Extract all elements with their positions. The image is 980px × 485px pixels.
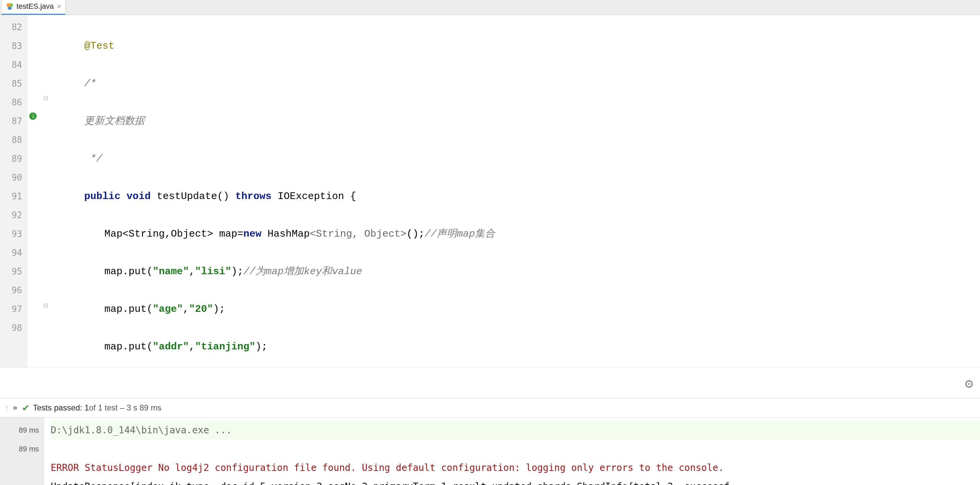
string-literal: "addr" <box>153 341 189 352</box>
code-text: , <box>189 341 195 352</box>
test-duration: 89 ms <box>0 440 44 458</box>
string-literal: "tianjing" <box>195 341 255 352</box>
editor-tab[interactable]: testES.java × <box>2 0 65 15</box>
comment-start: /* <box>84 78 96 89</box>
line-number: 83 <box>0 37 27 56</box>
line-number: 96 <box>0 281 27 300</box>
line-number: 82 <box>0 18 27 37</box>
annotation: @Test <box>84 40 115 52</box>
code-text: , <box>183 304 189 315</box>
type-args: <String, Object> <box>310 228 406 240</box>
line-number: 84 <box>0 56 27 74</box>
string-literal: "20" <box>189 304 213 315</box>
code-text: Map<String,Object> map= <box>104 228 243 240</box>
code-text: map.put( <box>104 266 153 277</box>
comment-end: */ <box>84 153 102 164</box>
keyword: public <box>84 191 121 202</box>
up-arrow-icon[interactable]: ↑ <box>5 403 9 413</box>
tool-panel-header: ⚙ <box>0 367 980 398</box>
gear-icon[interactable]: ⚙ <box>964 377 974 391</box>
console-error: ERROR StatusLogger No log4j2 configurati… <box>51 462 724 473</box>
console-command: D:\jdk1.8.0_144\bin\java.exe ... <box>51 425 232 436</box>
tab-filename: testES.java <box>16 2 54 11</box>
method-name: testUpdate() <box>151 191 235 202</box>
code-text: IOException { <box>272 191 356 202</box>
code-text: ); <box>231 266 243 277</box>
line-number: 85 <box>0 74 27 93</box>
fold-icon[interactable]: ⊟ <box>43 94 50 101</box>
test-status-bar: ↑ » ✔ Tests passed: 1 of 1 test – 3 s 89… <box>0 398 980 418</box>
keyword: throws <box>235 191 272 202</box>
line-number: 93 <box>0 224 27 243</box>
line-number: 98 <box>0 318 27 337</box>
tab-bar: testES.java × <box>0 0 980 15</box>
check-icon: ✔ <box>22 402 30 413</box>
line-number: 88 <box>0 130 27 149</box>
code-text: ); <box>213 304 225 315</box>
fold-end-icon[interactable]: ⊟ <box>43 302 50 308</box>
java-class-icon <box>6 2 14 10</box>
code-editor[interactable]: 82 83 84 85 86 87 88 89 90 91 92 93 94 9… <box>0 15 980 367</box>
console-line: UpdateResponse[index=ik,type=_doc,id=5,v… <box>51 481 730 485</box>
code-text: ); <box>255 341 267 352</box>
chevron-right-icon[interactable]: » <box>13 404 17 412</box>
line-number: 91 <box>0 187 27 206</box>
string-literal: "age" <box>153 304 183 315</box>
line-comment: //为map增加key和value <box>243 266 362 277</box>
line-number: 89 <box>0 149 27 168</box>
override-icon[interactable]: ⤵ <box>29 113 37 120</box>
test-tree[interactable]: 89 ms 89 ms <box>0 418 44 485</box>
comment-text: 更新文档数据 <box>84 116 145 127</box>
gutter-icons: ⤵ ⊟ ⊟ <box>27 15 61 367</box>
tests-passed-detail: of 1 test – 3 s 89 ms <box>89 403 161 412</box>
tests-passed-label: Tests passed: 1 <box>33 403 89 412</box>
code-text: (); <box>406 228 425 240</box>
line-number: 90 <box>0 168 27 187</box>
keyword: void <box>127 191 151 202</box>
line-number: 97 <box>0 300 27 318</box>
code-content[interactable]: @Test /* 更新文档数据 */ public void testUpdat… <box>61 15 980 367</box>
line-number: 95 <box>0 262 27 281</box>
close-icon[interactable]: × <box>57 3 61 10</box>
string-literal: "lisi" <box>195 266 231 277</box>
code-text: HashMap <box>261 228 310 240</box>
line-number: 92 <box>0 206 27 224</box>
test-duration: 89 ms <box>0 421 44 440</box>
line-number: 86 <box>0 93 27 112</box>
console-output[interactable]: D:\jdk1.8.0_144\bin\java.exe ... ERROR S… <box>44 418 980 485</box>
line-number: 87 <box>0 112 27 130</box>
string-literal: "name" <box>153 266 189 277</box>
line-number: 94 <box>0 243 27 262</box>
code-text: map.put( <box>104 341 153 352</box>
code-text: , <box>189 266 195 277</box>
line-gutter: 82 83 84 85 86 87 88 89 90 91 92 93 94 9… <box>0 15 27 367</box>
code-text: map.put( <box>104 304 153 315</box>
console-panel: 89 ms 89 ms D:\jdk1.8.0_144\bin\java.exe… <box>0 418 980 485</box>
line-comment: //声明map集合 <box>425 228 495 240</box>
keyword: new <box>243 228 261 240</box>
